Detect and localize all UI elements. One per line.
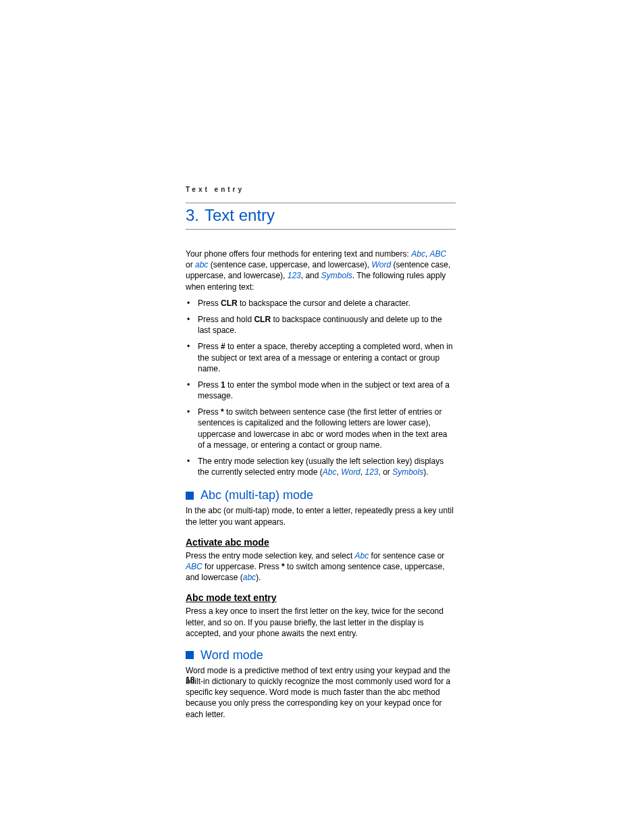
- intro-paragraph: Your phone offers four methods for enter…: [186, 249, 456, 292]
- section-title: Abc (multi-tap) mode: [200, 488, 313, 502]
- mode-word-link[interactable]: Word: [372, 260, 392, 269]
- mode-abc-link[interactable]: Abc: [411, 249, 425, 259]
- mode-abc-link[interactable]: Abc: [355, 551, 369, 561]
- mode-abc-link[interactable]: Abc: [323, 467, 337, 477]
- chapter-title: 3.Text entry: [186, 203, 456, 230]
- square-bullet-icon: [186, 651, 194, 659]
- section-word-mode: Word mode: [186, 648, 456, 662]
- page-number: 18: [186, 675, 194, 685]
- mode-abc-upper-link[interactable]: ABC: [186, 562, 203, 571]
- subhead-abc-entry: Abc mode text entry: [186, 592, 456, 603]
- mode-abc-upper-link[interactable]: ABC: [430, 249, 447, 259]
- key-1: 1: [221, 380, 225, 390]
- mode-word-link[interactable]: Word: [341, 467, 360, 477]
- list-item: Press # to enter a space, thereby accept…: [198, 341, 456, 374]
- key-clr: CLR: [221, 298, 238, 308]
- subhead-activate-abc: Activate abc mode: [186, 537, 456, 548]
- mode-symbols-link[interactable]: Symbols: [392, 467, 423, 477]
- section-abc-mode: Abc (multi-tap) mode: [186, 488, 456, 502]
- mode-123-link[interactable]: 123: [288, 271, 301, 280]
- word-mode-body: Word mode is a predictive method of text…: [186, 665, 456, 720]
- list-item: Press CLR to backspace the cursor and de…: [198, 298, 456, 309]
- list-item: Press and hold CLR to backspace continuo…: [198, 314, 456, 336]
- section-abc-body: In the abc (or multi-tap) mode, to enter…: [186, 505, 456, 527]
- mode-symbols-link[interactable]: Symbols: [321, 271, 352, 280]
- square-bullet-icon: [186, 492, 194, 500]
- mode-abc-lower-link[interactable]: abc: [243, 573, 256, 582]
- mode-abc-lower-link[interactable]: abc: [195, 260, 208, 269]
- list-item: The entry mode selection key (usually th…: [198, 456, 456, 477]
- running-head: Text entry: [186, 186, 456, 193]
- abc-entry-body: Press a key once to insert the first let…: [186, 606, 456, 639]
- key-hash: #: [221, 342, 225, 351]
- rules-list: Press CLR to backspace the cursor and de…: [186, 298, 456, 478]
- page-content: Text entry 3.Text entry Your phone offer…: [186, 186, 456, 724]
- mode-123-link[interactable]: 123: [365, 467, 378, 477]
- chapter-number: 3.: [186, 206, 199, 224]
- chapter-name: Text entry: [205, 206, 275, 224]
- activate-abc-body: Press the entry mode selection key, and …: [186, 550, 456, 583]
- key-clr: CLR: [254, 315, 271, 324]
- section-title: Word mode: [200, 648, 263, 662]
- list-item: Press 1 to enter the symbol mode when in…: [198, 380, 456, 401]
- list-item: Press * to switch between sentence case …: [198, 407, 456, 450]
